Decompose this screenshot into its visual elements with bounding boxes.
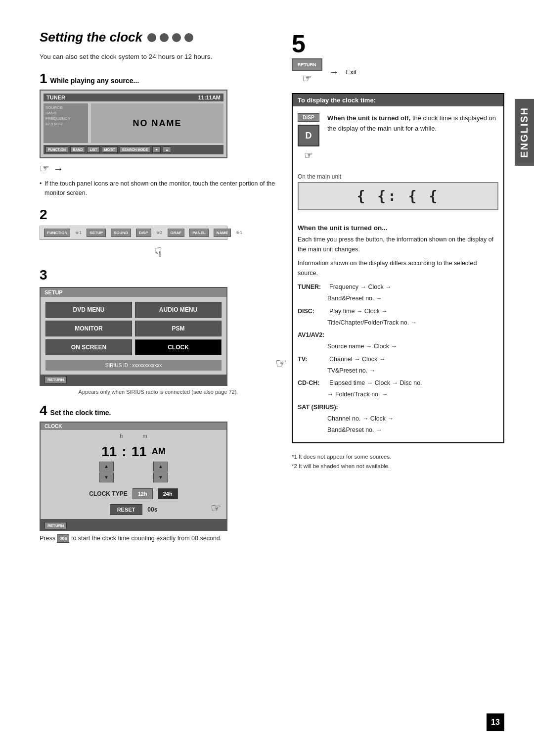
main-layout: Setting the clock You can also set the c… <box>40 30 504 543</box>
page-number: 13 <box>487 713 504 731</box>
step1-bullet: If the touch panel icons are not shown o… <box>40 179 277 198</box>
clock-btn: CLOCK <box>135 339 222 355</box>
tuner-top-bar: TUNER 11:11AM <box>44 94 223 101</box>
setup-grid: DVD MENU AUDIO MENU MONITOR PSM ON SCREE… <box>41 297 226 360</box>
step4-section: 4 Set the clock time. CLOCK h m 11 <box>40 403 277 543</box>
when-unit-on-title: When the unit is turned on... <box>298 224 498 232</box>
press-note: Press 00s to start the clock time counti… <box>40 534 277 543</box>
step4-header: 4 Set the clock time. <box>40 403 277 419</box>
source-chain-cdch: Elapsed time → Clock → Disc no. <box>329 378 498 388</box>
tuner-bottom-bar: FUNCTION BAND LIST MO/ST SEARCH MODE ▼ ▲ <box>44 145 223 154</box>
step1-header: 1 While playing any source... <box>40 71 277 87</box>
freq-label: FREQUENCY <box>45 116 86 121</box>
step4-label: Set the clock time. <box>50 409 111 417</box>
tuner-display: NO NAME <box>91 103 223 143</box>
clock-reset-btn[interactable]: RESET <box>110 504 143 515</box>
source-row-sat: SAT (SIRIUS): <box>298 402 498 413</box>
tuner-function-btn: FUNCTION <box>45 146 68 153</box>
source-name-disc: DISC: <box>298 306 327 317</box>
func-sound-btn: SOUND <box>111 229 131 237</box>
arrow-right-step1: → <box>53 163 63 175</box>
clock-time-display: 11 : 11 AM <box>48 439 219 462</box>
dot-3 <box>172 33 181 42</box>
tuner-list-btn: LIST <box>87 146 99 153</box>
minute-down-btn[interactable]: ▼ <box>153 472 168 482</box>
source-row-disc: DISC: Play time → Clock → <box>298 306 498 317</box>
tuner-screen: TUNER 11:11AM SOURCE BAND FREQUENCY 87.5… <box>40 90 227 158</box>
clock-hour: 11 <box>101 444 117 460</box>
source-row-tv: TV: Channel → Clock → <box>298 354 498 365</box>
freq-val: 87.5 MHZ <box>45 122 86 126</box>
clock-12h-btn[interactable]: 12h <box>133 488 153 499</box>
clock-arrows-group: ▲ ▼ ▲ ▼ <box>48 462 219 485</box>
clock-type-label: CLOCK TYPE <box>89 490 127 497</box>
source-row-tuner: TUNER: Frequency → Clock → <box>298 282 498 292</box>
tuner-search-btn: SEARCH MODE <box>120 146 151 153</box>
tuner-up-btn: ▲ <box>163 146 171 153</box>
func-panel-btn: PANEL <box>189 229 209 237</box>
footnote-2: *2 It will be shaded when not available. <box>292 462 504 471</box>
asterisk1b: ※1 <box>236 230 242 235</box>
clock-reset-row: RESET 00s <box>48 502 219 519</box>
step2-hand: ☟ <box>40 243 277 262</box>
func-disp-btn: DISP <box>136 229 151 237</box>
setup-screen: SETUP DVD MENU AUDIO MENU MONITOR PSM ON… <box>40 287 227 386</box>
return-button-area: RETURN ☞ → Exit <box>292 58 504 85</box>
hand-step5: ☞ <box>292 72 322 85</box>
h-label: h <box>120 433 123 439</box>
step4-number: 4 <box>40 403 47 419</box>
disp-label: DISP <box>298 113 319 122</box>
press-label: Press <box>40 535 55 542</box>
hand-icon-step2: ☟ <box>154 245 162 260</box>
sirius-id-row: SIRIUS ID : xxxxxxxxxxxx <box>45 360 222 371</box>
setup-return-bar: RETURN <box>41 375 226 385</box>
setup-title-bar: SETUP <box>41 288 226 297</box>
lcd-display: { {: { { <box>298 182 498 210</box>
source-chain-tuner: Frequency → Clock → <box>329 282 498 292</box>
step1-number: 1 <box>40 71 47 87</box>
minute-up-btn[interactable]: ▲ <box>153 462 168 472</box>
clock-display-header: To display the clock time: <box>293 94 503 106</box>
when-on-section: When the unit is turned on... Each time … <box>293 224 503 442</box>
func-graf-btn: GRAF <box>168 229 185 237</box>
dot-2 <box>160 33 169 42</box>
source-name-tuner: TUNER: <box>298 282 327 292</box>
left-column: Setting the clock You can also set the c… <box>40 30 277 543</box>
on-main-unit-label: On the main unit <box>298 173 498 180</box>
tuner-band-btn: BAND <box>70 146 85 153</box>
band-label: BAND <box>45 111 86 115</box>
right-column: 5 RETURN ☞ → Exit To display the clock <box>292 30 504 543</box>
clock-24h-btn[interactable]: 24h <box>158 488 178 499</box>
step2-header: 2 <box>40 207 277 223</box>
hour-down-btn[interactable]: ▼ <box>99 472 114 482</box>
dot-1 <box>147 33 156 42</box>
source-chain-sat-1: Channel no. → Clock → <box>298 414 498 424</box>
tuner-time: 11:11AM <box>198 94 221 100</box>
footnote-1: *1 It does not appear for some sources. <box>292 452 504 461</box>
info-text-2: Information shown on the display differs… <box>298 258 498 278</box>
dot-4 <box>184 33 193 42</box>
hour-up-btn[interactable]: ▲ <box>99 462 114 472</box>
source-chain-sat-2: Band&Preset no. → <box>298 425 498 435</box>
source-chain-disc: Play time → Clock → <box>329 306 498 317</box>
source-name-sat: SAT (SIRIUS): <box>298 402 338 413</box>
source-name-av: AV1/AV2: <box>298 330 327 340</box>
return-button-img: RETURN <box>292 58 322 71</box>
exit-label: Exit <box>346 68 357 76</box>
step3-header: 3 <box>40 267 277 283</box>
tuner-most-btn: MO/ST <box>102 146 118 153</box>
source-label: SOURCE <box>45 105 86 110</box>
disp-text-area: When the unit is turned off, the clock t… <box>327 113 498 161</box>
setup-return-btn: RETURN <box>44 376 67 383</box>
page-container: ENGLISH Setting the clock You can also s… <box>0 0 534 756</box>
source-list: TUNER: Frequency → Clock → Band&Preset n… <box>298 282 498 435</box>
hand-disp: ☞ <box>304 149 313 161</box>
tuner-down-btn: ▼ <box>152 146 161 153</box>
source-chain-av: Source name → Clock → <box>298 341 498 352</box>
disp-button: D <box>298 125 319 146</box>
section-title-text: Setting the clock <box>40 30 142 45</box>
lcd-chars: { {: { { <box>357 188 440 204</box>
title-dots <box>147 33 193 42</box>
info-text-1: Each time you press the button, the info… <box>298 235 498 254</box>
when-unit-off-text: When the unit is turned off, the clock t… <box>327 113 498 134</box>
